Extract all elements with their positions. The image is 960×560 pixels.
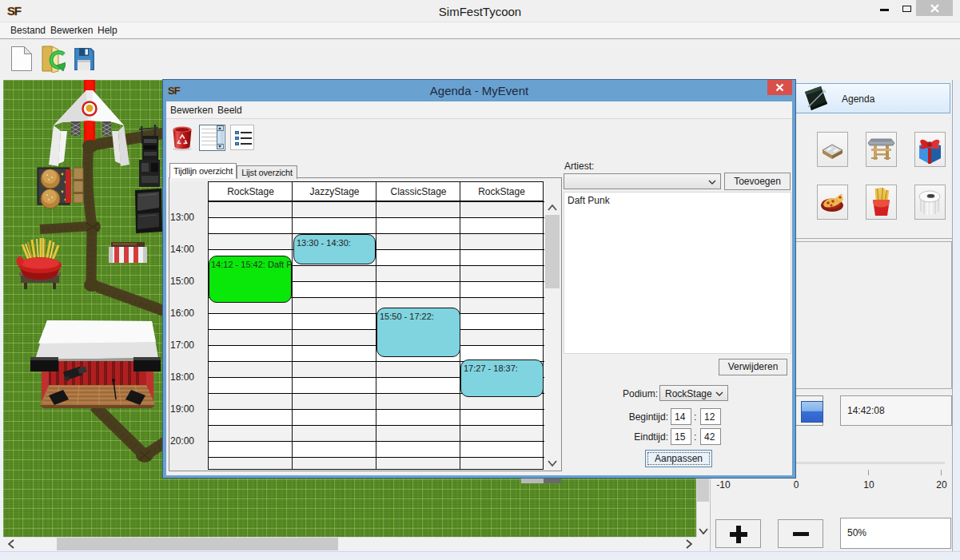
svg-text:SF: SF: [7, 4, 22, 18]
